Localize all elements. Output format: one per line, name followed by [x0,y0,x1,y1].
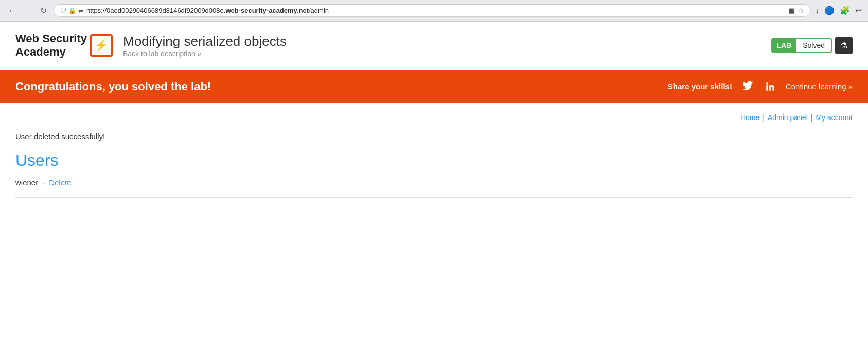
url-display: https://0aed00290406689d8146df92009d008e… [86,7,786,14]
download-icon[interactable]: ↓ [815,6,819,15]
logo-icon: ⚡ [90,34,113,57]
forward-button[interactable]: → [22,5,34,17]
shield-icon: 🛡 [60,7,66,14]
congrats-text: Congratulations, you solved the lab! [15,80,211,93]
separator-2: | [811,113,813,122]
admin-panel-link[interactable]: Admin panel [768,113,808,122]
banner-right: Share your skills! Continue learning » [668,79,853,94]
badge-solved-label: Solved [796,38,832,53]
success-message: User deleted successfully! [15,132,853,141]
logo-line2: Academy [15,45,87,59]
header-title-section: Modifying serialized objects Back to lab… [123,33,287,58]
browser-toolbar: ← → ↻ 🛡 🔒 ⇌ https://0aed00290406689d8146… [0,0,868,21]
site-header: Web Security Academy ⚡ Modifying seriali… [0,22,868,70]
delete-link[interactable]: Delete [49,178,71,187]
reload-button[interactable]: ↻ [37,5,49,17]
url-path: /admin [309,7,329,14]
site-logo: Web Security Academy ⚡ [15,32,113,59]
back-button[interactable]: ← [6,5,19,17]
badge-flask-icon: ⚗ [835,37,853,54]
security-icons: 🛡 🔒 ⇌ [60,7,83,14]
content-divider [15,197,853,198]
twitter-icon[interactable] [740,79,755,94]
logo-line1: Web Security [15,32,87,45]
url-domain: web-security-academy.net [225,7,309,14]
share-label: Share your skills! [668,82,732,91]
url-prefix: https://0aed00290406689d8146df92009d008e… [86,7,225,14]
user-name: wiener [15,178,38,187]
continue-learning-link[interactable]: Continue learning » [786,82,853,91]
nav-buttons: ← → ↻ [6,5,49,17]
dash-separator: - [42,178,45,187]
tracking-icon: ⇌ [78,7,83,14]
lab-title: Modifying serialized objects [123,33,287,49]
browser-chrome: ← → ↻ 🛡 🔒 ⇌ https://0aed00290406689d8146… [0,0,868,22]
main-content: Home | Admin panel | My account User del… [0,103,868,208]
linkedin-icon[interactable] [763,79,777,94]
address-bar[interactable]: 🛡 🔒 ⇌ https://0aed00290406689d8146df9200… [54,4,811,17]
top-nav-links: Home | Admin panel | My account [15,113,853,122]
back-to-lab-link[interactable]: Back to lab description » [123,49,202,58]
bookmark-icon[interactable]: ☆ [798,7,804,14]
undo-icon[interactable]: ↩ [855,6,862,15]
home-link[interactable]: Home [740,113,759,122]
separator-1: | [763,113,765,122]
lab-badge: LAB Solved ⚗ [771,37,853,54]
my-account-link[interactable]: My account [816,113,853,122]
page-wrapper: Web Security Academy ⚡ Modifying seriali… [0,22,868,208]
toolbar-right: ↓ 🔵 🧩 ↩ [815,6,862,15]
users-heading: Users [15,151,853,170]
notifications-icon[interactable]: 🔵 [824,6,835,15]
extensions-icon[interactable]: 🧩 [840,6,850,15]
logo-text: Web Security Academy [15,32,87,59]
user-row: wiener - Delete [15,178,853,187]
congrats-banner: Congratulations, you solved the lab! Sha… [0,70,868,103]
logo-section: Web Security Academy ⚡ Modifying seriali… [15,32,287,59]
qr-icon[interactable]: ▦ [789,7,795,14]
badge-lab-label: LAB [771,38,796,53]
lock-icon: 🔒 [68,7,76,14]
